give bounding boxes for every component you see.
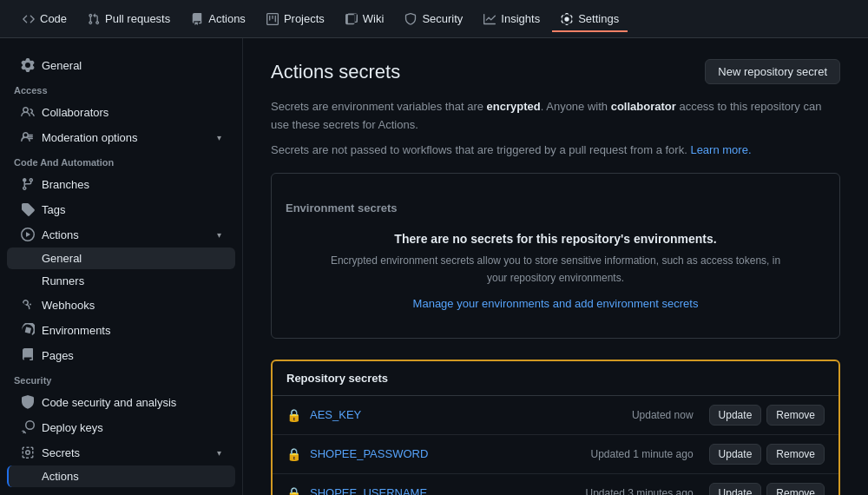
insights-nav-icon bbox=[483, 13, 496, 25]
sidebar-webhooks-label: Webhooks bbox=[42, 299, 221, 312]
sidebar-item-pages[interactable]: Pages bbox=[7, 343, 235, 367]
nav-insights[interactable]: Insights bbox=[475, 5, 549, 32]
wiki-nav-icon bbox=[345, 13, 358, 25]
sidebar-secrets-label: Secrets bbox=[42, 446, 210, 459]
code-icon bbox=[23, 13, 35, 25]
manage-environments-link[interactable]: Manage your environments and add environ… bbox=[413, 297, 699, 310]
remove-button-shopee-pw[interactable]: Remove bbox=[766, 444, 825, 465]
secret-row-aes: 🔒 AES_KEY Updated now Update Remove bbox=[273, 396, 838, 435]
nav-actions[interactable]: Actions bbox=[182, 5, 254, 32]
tag-icon bbox=[21, 202, 35, 216]
sidebar-moderation-label: Moderation options bbox=[42, 131, 210, 144]
description-collaborator: collaborator bbox=[611, 100, 676, 113]
env-icon bbox=[21, 323, 35, 337]
sidebar-codesecurity-label: Code security and analysis bbox=[42, 396, 221, 409]
webhook-icon bbox=[21, 298, 35, 312]
sidebar-item-branches[interactable]: Branches bbox=[7, 172, 235, 196]
sidebar-tags-label: Tags bbox=[42, 203, 221, 216]
new-repository-secret-button[interactable]: New repository secret bbox=[705, 59, 840, 84]
repository-secrets-section: Repository secrets 🔒 AES_KEY Updated now… bbox=[271, 360, 840, 495]
top-navigation: Code Pull requests Actions Projects Wiki… bbox=[0, 0, 868, 38]
sidebar-section-code: Code and automation bbox=[0, 150, 242, 171]
nav-code[interactable]: Code bbox=[14, 5, 76, 32]
sidebar-item-actions[interactable]: Actions ▾ bbox=[7, 222, 235, 247]
description-2: Secrets are not passed to workflows that… bbox=[271, 142, 840, 160]
sidebar-item-collaborators[interactable]: Collaborators bbox=[7, 100, 235, 124]
nav-code-label: Code bbox=[40, 12, 67, 25]
sidebar-environments-label: Environments bbox=[42, 324, 221, 337]
lock-icon-shopee-user: 🔒 bbox=[286, 486, 301, 495]
remove-button-shopee-user[interactable]: Remove bbox=[766, 483, 825, 495]
sidebar-subitem-general[interactable]: General bbox=[7, 248, 235, 269]
secret-name-aes: AES_KEY bbox=[310, 408, 632, 421]
sidebar-branches-label: Branches bbox=[42, 178, 221, 191]
update-button-shopee-user[interactable]: Update bbox=[709, 483, 762, 495]
secret-updated-shopee-pw: Updated 1 minute ago bbox=[591, 448, 694, 460]
secret-updated-shopee-user: Updated 3 minutes ago bbox=[586, 487, 694, 495]
page-title: Actions secrets bbox=[271, 61, 400, 83]
env-secrets-section-title: Environment secrets bbox=[286, 201, 825, 214]
nav-projects[interactable]: Projects bbox=[258, 5, 333, 32]
sidebar-item-codesecurity[interactable]: Code security and analysis bbox=[7, 390, 235, 414]
repo-secrets-title: Repository secrets bbox=[273, 361, 838, 396]
moderation-icon bbox=[21, 130, 35, 144]
nav-projects-label: Projects bbox=[284, 12, 325, 25]
chevron-up-icon: ▾ bbox=[217, 230, 221, 240]
sidebar-deploykeys-label: Deploy keys bbox=[42, 421, 221, 434]
main-content: Actions secrets New repository secret Se… bbox=[243, 38, 868, 495]
sidebar-collaborators-label: Collaborators bbox=[42, 106, 221, 119]
chevron-secrets-icon: ▾ bbox=[217, 448, 221, 458]
nav-settings-label: Settings bbox=[578, 12, 619, 25]
sidebar-pages-label: Pages bbox=[42, 349, 221, 362]
nav-pull-requests[interactable]: Pull requests bbox=[79, 5, 179, 32]
sidebar-item-tags[interactable]: Tags bbox=[7, 197, 235, 221]
lock-icon-shopee-pw: 🔒 bbox=[286, 447, 301, 461]
learn-more-link[interactable]: Learn more. bbox=[690, 143, 751, 156]
sidebar-item-webhooks[interactable]: Webhooks bbox=[7, 293, 235, 317]
description-encrypted: encrypted bbox=[487, 100, 541, 113]
nav-security[interactable]: Security bbox=[396, 5, 471, 32]
remove-button-aes[interactable]: Remove bbox=[766, 405, 825, 426]
sidebar-subitem-runners-label: Runners bbox=[42, 274, 84, 287]
nav-settings[interactable]: Settings bbox=[552, 5, 628, 32]
page-header: Actions secrets New repository secret bbox=[271, 59, 840, 84]
secret-name-shopee-user: SHOPEE_USERNAME bbox=[310, 486, 586, 495]
secrets-icon bbox=[21, 446, 35, 459]
lock-icon-aes: 🔒 bbox=[286, 408, 301, 422]
env-secrets-empty-title: There are no secrets for this repository… bbox=[286, 232, 825, 246]
sidebar: General Access Collaborators Moderation … bbox=[0, 38, 243, 495]
sidebar-subitem-actions-label: Actions bbox=[42, 470, 79, 483]
secret-name-shopee-pw: SHOPEE_PASSWORD bbox=[310, 447, 591, 460]
secret-updated-aes: Updated now bbox=[632, 409, 694, 421]
nav-actions-label: Actions bbox=[208, 12, 246, 25]
sidebar-subitem-dependabot[interactable]: Dependabot bbox=[7, 488, 235, 495]
sidebar-item-moderation[interactable]: Moderation options ▾ bbox=[7, 125, 235, 149]
sidebar-subitem-general-label: General bbox=[42, 252, 82, 265]
settings-nav-icon bbox=[561, 13, 573, 25]
codesecurity-icon bbox=[21, 395, 35, 409]
nav-wiki[interactable]: Wiki bbox=[337, 5, 393, 32]
nav-pr-label: Pull requests bbox=[105, 12, 170, 25]
sidebar-subitem-actions[interactable]: Actions bbox=[7, 465, 235, 487]
sidebar-item-deploykeys[interactable]: Deploy keys bbox=[7, 415, 235, 439]
nav-wiki-label: Wiki bbox=[363, 12, 385, 25]
projects-nav-icon bbox=[266, 13, 279, 25]
sidebar-actions-label: Actions bbox=[42, 228, 210, 241]
secret-row-shopee-user: 🔒 SHOPEE_USERNAME Updated 3 minutes ago … bbox=[273, 474, 838, 495]
update-button-shopee-pw[interactable]: Update bbox=[709, 444, 762, 465]
secret-row-shopee-pw: 🔒 SHOPEE_PASSWORD Updated 1 minute ago U… bbox=[273, 435, 838, 474]
sidebar-section-access: Access bbox=[0, 78, 242, 99]
sidebar-subitem-runners[interactable]: Runners bbox=[7, 270, 235, 292]
actions-icon2 bbox=[21, 228, 35, 241]
pr-icon bbox=[88, 13, 100, 25]
pages-icon bbox=[21, 348, 35, 362]
key-icon bbox=[21, 420, 35, 434]
people-icon bbox=[21, 105, 35, 119]
sidebar-general-label: General bbox=[42, 59, 221, 72]
update-button-aes[interactable]: Update bbox=[709, 405, 762, 426]
nav-security-label: Security bbox=[422, 12, 463, 25]
sidebar-item-secrets[interactable]: Secrets ▾ bbox=[7, 440, 235, 465]
sidebar-item-general[interactable]: General bbox=[7, 53, 235, 77]
sidebar-item-environments[interactable]: Environments bbox=[7, 318, 235, 342]
security-nav-icon bbox=[404, 13, 417, 25]
